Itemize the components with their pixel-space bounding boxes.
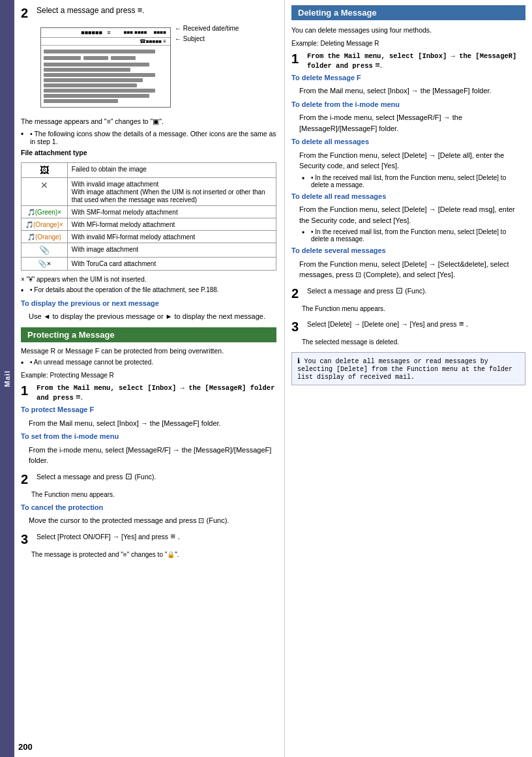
protect-step2-num: 2 [21, 471, 34, 487]
following-icons-bullet: • • The following icons show the details… [21, 130, 276, 145]
delete-step1c-bullet: • • In the received mail list, from the … [302, 174, 525, 188]
delete-step1b-label: To delete from the i-mode menu [291, 99, 525, 110]
delete-step3-result: The selected message is deleted. [302, 337, 525, 347]
sidebar-label: Mail [3, 370, 11, 387]
protect-section-title: Protecting a Message [27, 330, 115, 340]
delete-step1e-text: From the Function menu, select [Delete] … [299, 259, 525, 280]
delete-step1-block: 1 From the Mail menu, select [Inbox] → t… [291, 51, 525, 280]
table-icon-5: 🎵(Orange) [22, 230, 68, 243]
protect-step2-icon: ⊡ [125, 471, 132, 481]
table-desc-2: With invalid image attachmentWith image … [67, 177, 276, 205]
protect-step3-icon: ≡ [170, 531, 175, 541]
delete-step1-num: 1 [291, 51, 304, 67]
protect-step1-num: 1 [21, 383, 34, 398]
table-desc-1: Failed to obtain the image [67, 162, 276, 177]
delete-step1d-bullet-text: • In the received mail list, from the Fu… [311, 228, 525, 243]
protect-step1-icon: ≡ [76, 392, 81, 402]
delete-step3-icon: ≡ [459, 319, 464, 329]
protect-step1-block: 1 From the Mail menu, select [Inbox] → t… [21, 383, 276, 466]
protect-step1b-label: To set from the i-mode menu [21, 431, 276, 442]
table-icon-3: 🎵(Green)× [22, 205, 68, 218]
delete-step3-end: . [466, 319, 468, 329]
protect-step3-num: 3 [21, 531, 34, 547]
delete-step2-block: 2 Select a message and press ⊡ (Func). T… [291, 286, 525, 314]
annotation-received: Received date/time [183, 25, 239, 32]
table-desc-3: With SMF-format melody attachment [67, 205, 276, 218]
following-icons-text: • The following icons show the details o… [30, 130, 276, 145]
protect-step2a-text: Move the cursor to the protected message… [29, 515, 276, 526]
left-column: 2 Select a message and press ≡. ■■■■■■ ≡… [14, 0, 285, 757]
table-icon-6: 📎 [22, 243, 68, 257]
protect-step1-text: From the Mail menu, select [Inbox] → the… [37, 384, 274, 402]
delete-step1a-text: From the Mail menu, select [Inbox] → the… [299, 85, 525, 96]
annotations: ← Received date/time ← Subject [175, 23, 239, 44]
protect-step2-content: Select a message and press ⊡ (Func). [37, 471, 276, 481]
page-number: 200 [18, 742, 33, 752]
annotation-subject: Subject [183, 35, 205, 42]
protect-bullet-text: • An unread message cannot be protected. [30, 359, 153, 368]
delete-step2-func: (Func). [405, 287, 426, 295]
delete-step3-num: 3 [291, 319, 304, 334]
delete-step1d-bullet: • • In the received mail list, from the … [302, 228, 525, 243]
table-desc-5: With invalid MFi-format melody attachmen… [67, 230, 276, 243]
table-desc-6: With image attachment [67, 243, 276, 257]
protect-step1a-text: From the Mail menu, select [Inbox] → the… [29, 418, 276, 429]
delete-step3-text: Select [Delete] → [Delete one] → [Yes] a… [307, 320, 457, 328]
msg-preview-box: ■■■■■■ ≡ ■■■ ■■■■ ■■■■ ☎■■■■■ ≡ [40, 27, 171, 108]
step2-icon: ≡ [138, 5, 143, 15]
protect-step3-text: Select [Protect ON/OFF] → [Yes] and pres… [37, 533, 168, 541]
delete-step3-block: 3 Select [Delete] → [Delete one] → [Yes]… [291, 319, 525, 347]
delete-step2-icon: ⊡ [396, 286, 403, 295]
delete-step2-text: Select a message and press [307, 287, 394, 295]
protect-step3-result: The message is protected and "≡" changes… [31, 550, 276, 559]
protect-section-header: Protecting a Message [21, 327, 276, 342]
protect-bullet: • • An unread message cannot be protecte… [21, 359, 276, 368]
delete-section-title: Deleting a Message [298, 8, 377, 18]
delete-intro: You can delete messages using four metho… [291, 25, 525, 36]
delete-step3-content: Select [Delete] → [Delete one] → [Yes] a… [307, 319, 525, 329]
sidebar: Mail [0, 0, 14, 757]
delete-step1e-label: To delete several messages [291, 245, 525, 256]
protect-step1b-text: From the i-mode menu, select [MessageR/F… [29, 445, 276, 466]
uim-note: × "¥" appears when the UIM is not insert… [21, 275, 276, 284]
delete-step1d-text: From the Function menu, select [Delete] … [299, 204, 525, 226]
delete-step1c-bullet-text: • In the received mail list, from the Fu… [311, 174, 525, 188]
protect-step1a-label: To protect Message F [21, 404, 276, 415]
protect-intro: Message R or Message F can be protected … [21, 346, 276, 357]
file-attach-header: File attachment type [21, 148, 276, 158]
delete-step1-icon: ≡ [375, 60, 380, 70]
delete-step1d-label: To delete all read messages [291, 191, 525, 202]
step2-text: Select a message and press [37, 6, 135, 15]
msg-icons-row: ☎■■■■■ ≡ [41, 38, 170, 46]
protect-step3-end: . [177, 532, 179, 541]
msg-preview-header: ■■■■■■ ≡ ■■■ ■■■■ ■■■■ [41, 28, 170, 38]
delete-step1-text: From the Mail menu, select [Inbox] → the… [307, 52, 516, 70]
step2-content: Select a message and press ≡. [37, 5, 276, 15]
display-prev-next-label: To display the previous or next message [21, 298, 276, 309]
msg-preview-body [41, 46, 170, 107]
protect-example: Example: Protecting Message R [21, 370, 276, 380]
display-prev-next-text: Use ◄ to display the previous message or… [29, 311, 276, 322]
delete-section-header: Deleting a Message [291, 5, 525, 20]
right-column: Deleting a Message You can delete messag… [285, 0, 532, 757]
step2-number: 2 [21, 5, 34, 21]
delete-step1a-label: To delete Message F [291, 72, 525, 83]
table-icon-7: 📎× [22, 257, 68, 270]
protect-step2-text: Select a message and press [37, 473, 123, 481]
table-desc-7: With ToruCa card attachment [67, 257, 276, 270]
delete-step2-result: The Function menu appears. [302, 304, 525, 314]
protect-step1-content: From the Mail menu, select [Inbox] → the… [37, 383, 276, 402]
msg-appears-text: The message appears and "≡" changes to "… [21, 117, 276, 127]
delete-step1c-text: From the Function menu, select [Delete] … [299, 150, 525, 171]
table-icon-1: 🖼 [22, 162, 68, 177]
delete-step2-content: Select a message and press ⊡ (Func). [307, 286, 525, 295]
protect-step2-func: (Func). [134, 473, 156, 481]
file-attach-note-text: • For details about the operation of the… [30, 286, 219, 295]
protect-step2-result: The Function menu appears. [31, 490, 276, 499]
msg-preview-area: ■■■■■■ ≡ ■■■ ■■■■ ■■■■ ☎■■■■■ ≡ [21, 23, 276, 113]
table-icon-4: 🎵(Orange)× [22, 218, 68, 230]
delete-note-icon: ℹ [297, 357, 304, 365]
protect-step2a-label: To cancel the protection [21, 502, 276, 513]
protect-step3-block: 3 Select [Protect ON/OFF] → [Yes] and pr… [21, 531, 276, 559]
delete-step1b-text: From the i-mode menu, select [MessageR/F… [299, 112, 525, 134]
